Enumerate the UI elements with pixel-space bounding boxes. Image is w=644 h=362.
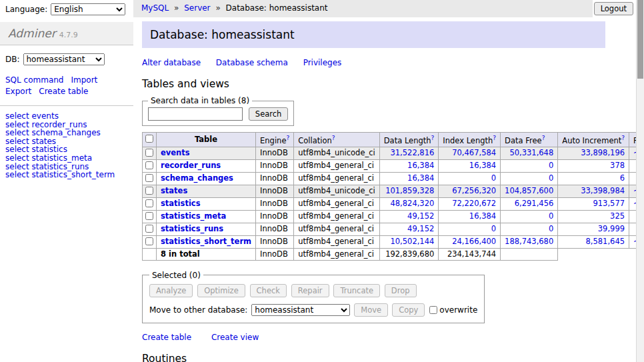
table-name-link[interactable]: statistics bbox=[161, 199, 201, 208]
scrollbar-thumb[interactable] bbox=[637, 0, 643, 79]
data-free-link[interactable]: 0 bbox=[549, 161, 553, 170]
overwrite-checkbox[interactable] bbox=[429, 306, 437, 314]
search-button[interactable]: Search bbox=[249, 107, 289, 121]
collation-cell: utf8mb4_general_ci bbox=[294, 172, 380, 185]
select-all-checkbox[interactable] bbox=[145, 135, 153, 143]
analyze-button[interactable]: Analyze bbox=[149, 284, 193, 297]
sidebar-table-link-statistics-meta[interactable]: select statistics_meta bbox=[5, 154, 128, 163]
auto-increment-link[interactable]: 6 bbox=[620, 173, 625, 183]
adminer-logo-link[interactable]: Adminer bbox=[8, 27, 56, 40]
table-row: recorder_runs InnoDB utf8mb4_general_ci … bbox=[143, 159, 637, 172]
move-database-select[interactable]: homeassistant bbox=[251, 304, 350, 316]
data-length-link[interactable]: 49,152 bbox=[407, 211, 434, 221]
breadcrumb-server-link[interactable]: Server bbox=[184, 3, 210, 13]
data-free-link[interactable]: 188,743,680 bbox=[505, 237, 553, 246]
truncate-button[interactable]: Truncate bbox=[333, 284, 380, 297]
column-header-data-length: Data Length bbox=[384, 136, 431, 145]
data-length-link[interactable]: 16,384 bbox=[407, 173, 434, 183]
check-button[interactable]: Check bbox=[250, 284, 287, 297]
index-length-link[interactable]: 0 bbox=[491, 173, 496, 183]
overwrite-label: overwrite bbox=[439, 305, 477, 315]
row-checkbox[interactable] bbox=[145, 199, 153, 207]
create-table-link-main[interactable]: Create table bbox=[142, 333, 191, 342]
create-view-link[interactable]: Create view bbox=[211, 333, 259, 342]
auto-increment-link[interactable]: 33,898,196 bbox=[581, 148, 625, 157]
move-button[interactable]: Move bbox=[354, 303, 388, 317]
table-name-link[interactable]: statistics_short_term bbox=[161, 237, 251, 246]
help-icon[interactable]: ? bbox=[621, 135, 625, 141]
optimize-button[interactable]: Optimize bbox=[197, 284, 245, 297]
table-name-link[interactable]: states bbox=[161, 186, 187, 195]
auto-increment-link[interactable]: 33,398,984 bbox=[581, 186, 625, 195]
row-checkbox[interactable] bbox=[145, 149, 153, 157]
language-select[interactable]: English bbox=[51, 3, 125, 15]
row-checkbox[interactable] bbox=[145, 225, 153, 233]
export-link[interactable]: Export bbox=[5, 87, 31, 96]
table-name-link[interactable]: recorder_runs bbox=[161, 161, 221, 170]
index-length-link[interactable]: 16,384 bbox=[469, 161, 496, 170]
help-icon[interactable]: ? bbox=[431, 135, 435, 141]
data-length-link[interactable]: 101,859,328 bbox=[385, 186, 434, 195]
data-free-link[interactable]: 104,857,600 bbox=[505, 186, 553, 195]
row-checkbox[interactable] bbox=[145, 237, 153, 245]
table-name-link[interactable]: statistics_runs bbox=[161, 224, 223, 233]
index-length-link[interactable]: 67,256,320 bbox=[452, 186, 496, 195]
create-table-link[interactable]: Create table bbox=[39, 87, 88, 96]
data-length-link[interactable]: 10,502,144 bbox=[390, 237, 434, 246]
help-icon[interactable]: ? bbox=[332, 135, 335, 141]
sidebar-table-link-schema-changes[interactable]: select schema_changes bbox=[5, 129, 128, 137]
row-checkbox[interactable] bbox=[145, 161, 153, 169]
import-link[interactable]: Import bbox=[71, 75, 97, 85]
collation-cell: utf8mb4_unicode_ci bbox=[294, 147, 380, 159]
help-icon[interactable]: ? bbox=[286, 135, 289, 141]
index-length-link[interactable]: 72,220,672 bbox=[452, 199, 496, 208]
auto-increment-link[interactable]: 39,999 bbox=[598, 224, 625, 233]
data-free-link[interactable]: 0 bbox=[549, 211, 553, 221]
auto-increment-link[interactable]: 913,577 bbox=[593, 199, 625, 208]
index-length-link[interactable]: 16,384 bbox=[469, 211, 496, 221]
database-schema-link[interactable]: Database schema bbox=[216, 58, 288, 67]
privileges-link[interactable]: Privileges bbox=[303, 58, 342, 67]
help-icon[interactable]: ? bbox=[542, 135, 545, 141]
repair-button[interactable]: Repair bbox=[291, 284, 329, 297]
data-free-link[interactable]: 50,331,648 bbox=[509, 148, 553, 157]
table-total-row: 8 in total InnoDB utf8mb4_general_ci 192… bbox=[143, 248, 637, 260]
auto-increment-link[interactable]: 325 bbox=[610, 211, 625, 221]
row-checkbox[interactable] bbox=[145, 174, 153, 182]
data-length-link[interactable]: 48,824,320 bbox=[390, 199, 434, 208]
total-engine: InnoDB bbox=[256, 248, 294, 260]
db-select[interactable]: homeassistant bbox=[23, 53, 105, 65]
page-title: Database: homeassistant bbox=[142, 21, 605, 48]
row-checkbox[interactable] bbox=[145, 212, 153, 220]
data-free-link[interactable]: 0 bbox=[549, 224, 553, 233]
data-length-link[interactable]: 49,152 bbox=[407, 224, 434, 233]
data-length-link[interactable]: 16,384 bbox=[407, 161, 434, 170]
alter-database-link[interactable]: Alter database bbox=[142, 58, 201, 67]
table-name-link[interactable]: events bbox=[161, 148, 190, 157]
table-name-link[interactable]: statistics_meta bbox=[161, 211, 226, 221]
index-length-link[interactable]: 0 bbox=[491, 224, 496, 233]
db-nav-links: Alter database Database schema Privilege… bbox=[142, 58, 636, 67]
sql-command-link[interactable]: SQL command bbox=[5, 75, 63, 85]
breadcrumb-current: Database: homeassistant bbox=[226, 3, 328, 13]
data-free-link[interactable]: 0 bbox=[549, 173, 553, 183]
auto-increment-link[interactable]: 378 bbox=[610, 161, 625, 170]
sidebar-table-link-events[interactable]: select events bbox=[5, 112, 128, 121]
index-length-link[interactable]: 70,467,584 bbox=[452, 148, 496, 157]
data-free-link[interactable]: 6,291,456 bbox=[515, 199, 554, 208]
data-length-link[interactable]: 31,522,816 bbox=[390, 148, 434, 157]
copy-button[interactable]: Copy bbox=[392, 303, 425, 317]
sidebar-tables-list: select events select recorder_runs selec… bbox=[0, 105, 133, 185]
auto-increment-link[interactable]: 8,581,645 bbox=[586, 237, 625, 246]
logout-button[interactable]: Logout bbox=[594, 2, 633, 15]
breadcrumb-mysql-link[interactable]: MySQL bbox=[141, 3, 169, 13]
search-input[interactable] bbox=[148, 107, 243, 121]
vertical-scrollbar[interactable] bbox=[636, 0, 644, 362]
help-icon[interactable]: ? bbox=[493, 135, 496, 141]
row-checkbox[interactable] bbox=[145, 187, 153, 195]
engine-cell: InnoDB bbox=[256, 210, 294, 223]
sidebar-table-link-statistics-short-term[interactable]: select statistics_short_term bbox=[5, 171, 128, 179]
table-name-link[interactable]: schema_changes bbox=[161, 173, 233, 183]
index-length-link[interactable]: 24,166,400 bbox=[452, 237, 496, 246]
drop-button[interactable]: Drop bbox=[385, 284, 417, 297]
